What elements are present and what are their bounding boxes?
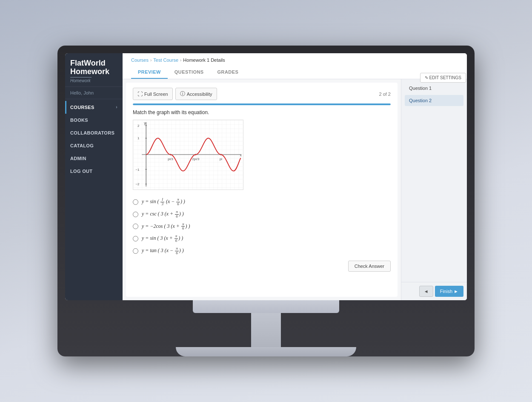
right-panel: Question 1 Question 2 ◄ Finish ► xyxy=(401,79,467,300)
prev-button[interactable]: ◄ xyxy=(419,286,433,297)
formula-opt3: y = −2cos ( 3 (x + π6) ) xyxy=(142,222,190,231)
logo-divider xyxy=(70,77,92,78)
svg-text:−2: −2 xyxy=(135,182,139,186)
radio-opt5[interactable] xyxy=(133,248,138,254)
breadcrumb-test-course[interactable]: Test Course xyxy=(153,57,178,63)
breadcrumb: Courses › Test Course › Homework 1 Detai… xyxy=(131,53,225,65)
radio-opt2[interactable] xyxy=(133,212,138,217)
monitor-frame: FlatWorld Homework Homework Hello, John … xyxy=(57,46,475,356)
sidebar-item-label: COURSES xyxy=(70,105,94,110)
formula-opt5: y = tan ( 3 (x − π6) ) xyxy=(142,247,184,256)
logo-brand: FlatWorld Homework xyxy=(70,59,117,76)
answer-option-5[interactable]: y = tan ( 3 (x − π6) ) xyxy=(133,247,391,256)
sidebar-item-logout[interactable]: LOG OUT xyxy=(65,165,123,178)
question-list-item-1[interactable]: Question 1 xyxy=(405,83,463,94)
question-prompt: Match the graph with its equation. xyxy=(133,109,391,115)
svg-text:pi/3: pi/3 xyxy=(168,157,173,161)
progress-bar-fill xyxy=(133,103,391,105)
breadcrumb-sep-1: › xyxy=(150,58,152,63)
content-area: ⛶ Full Screen ⓘ Accessibility 2 of 2 xyxy=(126,83,398,297)
breadcrumb-sep-2: › xyxy=(180,58,181,63)
breadcrumb-courses[interactable]: Courses xyxy=(131,57,149,63)
sidebar-item-label: COLLABORATORS xyxy=(70,130,114,135)
main-content: Courses › Test Course › Homework 1 Detai… xyxy=(123,53,467,300)
question-list-item-2[interactable]: Question 2 xyxy=(405,95,463,106)
question-list: Question 1 Question 2 xyxy=(401,79,467,282)
tab-preview[interactable]: PREVIEW xyxy=(131,66,168,79)
finish-button[interactable]: Finish ► xyxy=(435,286,463,297)
monitor-stand-pole xyxy=(251,313,281,347)
radio-opt4[interactable] xyxy=(133,236,138,241)
sidebar-item-admin[interactable]: ADMIN xyxy=(65,152,123,165)
fullscreen-icon: ⛶ xyxy=(137,91,143,97)
tabs-row: PREVIEW QUESTIONS GRADES xyxy=(131,65,458,79)
graph-svg: x y 1 −1 2 −2 pi/3 xyxy=(133,120,243,190)
svg-text:1: 1 xyxy=(137,136,139,140)
formula-opt2: y = csc ( 3 (x + π6) ) xyxy=(142,210,184,219)
accessibility-label: Accessibility xyxy=(187,92,212,97)
question-count: 2 of 2 xyxy=(379,92,391,97)
sidebar-item-collaborators[interactable]: COLLABORATORS xyxy=(65,126,123,139)
svg-text:pi: pi xyxy=(220,157,222,161)
sidebar-nav: COURSES › BOOKS COLLABORATORS CATALOG AD… xyxy=(65,99,123,300)
nav-footer: ◄ Finish ► xyxy=(401,282,467,300)
radio-opt1[interactable] xyxy=(133,199,138,205)
answer-option-1[interactable]: y = sin ( 13 (x − π6) ) xyxy=(133,198,391,207)
radio-opt3[interactable] xyxy=(133,224,138,229)
svg-text:2pi/3: 2pi/3 xyxy=(192,157,200,161)
sidebar-item-label: ADMIN xyxy=(70,156,86,161)
sidebar: FlatWorld Homework Homework Hello, John … xyxy=(65,53,123,300)
svg-text:−1: −1 xyxy=(135,168,139,172)
progress-bar xyxy=(133,103,391,105)
sidebar-item-label: CATALOG xyxy=(70,143,94,148)
fullscreen-label: Full Screen xyxy=(144,92,168,97)
accessibility-button[interactable]: ⓘ Accessibility xyxy=(175,88,217,100)
svg-text:2: 2 xyxy=(137,124,139,128)
answer-option-2[interactable]: y = csc ( 3 (x + π6) ) xyxy=(133,210,391,219)
answer-options: y = sin ( 13 (x − π6) ) y = csc ( 3 (x +… xyxy=(133,198,391,256)
formula-opt4: y = sin ( 3 (x + π6) ) xyxy=(142,234,183,243)
tab-grades[interactable]: GRADES xyxy=(211,66,246,79)
check-answer-row: Check Answer xyxy=(133,261,391,272)
accessibility-icon: ⓘ xyxy=(180,90,185,98)
graph-container: x y 1 −1 2 −2 pi/3 xyxy=(133,120,391,192)
monitor-screen: FlatWorld Homework Homework Hello, John … xyxy=(65,53,467,300)
sidebar-item-label: BOOKS xyxy=(70,118,88,123)
toolbar-left: ⛶ Full Screen ⓘ Accessibility xyxy=(133,88,217,100)
y-axis-label: y xyxy=(144,121,146,125)
x-axis-label: x xyxy=(240,153,242,157)
monitor-stand-top xyxy=(193,300,339,313)
sidebar-item-catalog[interactable]: CATALOG xyxy=(65,139,123,152)
breadcrumb-current: Homework 1 Details xyxy=(183,57,225,63)
monitor-stand-base xyxy=(176,347,356,356)
edit-settings-button[interactable]: ✎ EDIT SETTINGS xyxy=(420,73,466,83)
logo-sub: Homework xyxy=(70,78,117,83)
top-bar: Courses › Test Course › Homework 1 Detai… xyxy=(123,53,467,79)
toolbar-row: ⛶ Full Screen ⓘ Accessibility 2 of 2 xyxy=(133,88,391,100)
check-answer-button[interactable]: Check Answer xyxy=(348,261,391,272)
answer-option-3[interactable]: y = −2cos ( 3 (x + π6) ) xyxy=(133,222,391,231)
sidebar-item-label: LOG OUT xyxy=(70,169,92,174)
sidebar-item-books[interactable]: BOOKS xyxy=(65,114,123,126)
formula-opt1: y = sin ( 13 (x − π6) ) xyxy=(142,198,185,207)
chevron-right-icon: › xyxy=(116,105,117,109)
answer-option-4[interactable]: y = sin ( 3 (x + π6) ) xyxy=(133,234,391,243)
sidebar-user: Hello, John xyxy=(65,87,123,99)
sidebar-logo: FlatWorld Homework Homework xyxy=(65,53,123,87)
tab-questions[interactable]: QUESTIONS xyxy=(168,66,211,79)
fullscreen-button[interactable]: ⛶ Full Screen xyxy=(133,88,173,100)
sidebar-item-courses[interactable]: COURSES › xyxy=(65,101,123,114)
